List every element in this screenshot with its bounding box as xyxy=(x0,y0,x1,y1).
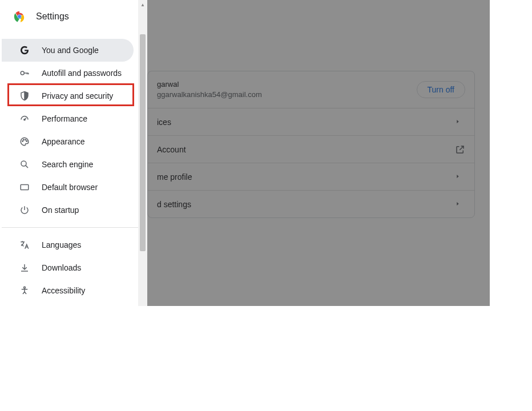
nav-group-primary: You and Google Autofill and passwords Pr… xyxy=(2,34,138,221)
nav-label: Appearance xyxy=(42,137,85,146)
scrollbar[interactable]: ▲ xyxy=(138,0,147,306)
divider xyxy=(2,227,138,228)
nav-accessibility[interactable]: Accessibility xyxy=(2,279,134,302)
nav-appearance[interactable]: Appearance xyxy=(2,130,134,153)
svg-point-9 xyxy=(21,161,26,166)
nav-autofill[interactable]: Autofill and passwords xyxy=(2,62,134,84)
nav-downloads[interactable]: Downloads xyxy=(2,256,134,279)
nav-label: On startup xyxy=(42,206,79,215)
nav-label: Accessibility xyxy=(42,286,85,295)
nav-label: Downloads xyxy=(42,263,81,272)
power-icon xyxy=(19,204,30,216)
browser-icon xyxy=(19,182,30,193)
svg-point-8 xyxy=(26,141,27,142)
accessibility-icon xyxy=(19,285,30,296)
settings-sidebar: Settings You and Google Autofill and pas… xyxy=(2,0,138,306)
nav-label: Performance xyxy=(42,114,87,123)
nav-label: Default browser xyxy=(42,183,98,192)
sidebar-header: Settings xyxy=(2,0,138,34)
svg-point-11 xyxy=(24,287,26,288)
search-icon xyxy=(19,159,30,170)
svg-rect-10 xyxy=(21,185,29,190)
dim-overlay xyxy=(147,0,490,306)
svg-point-3 xyxy=(21,71,24,75)
nav-privacy-security[interactable]: Privacy and security xyxy=(2,84,134,107)
scroll-thumb[interactable] xyxy=(140,34,146,251)
nav-label: Search engine xyxy=(42,160,93,169)
palette-icon xyxy=(19,136,30,147)
translate-icon xyxy=(19,239,30,251)
google-icon xyxy=(19,45,30,56)
svg-point-7 xyxy=(25,139,26,140)
nav-performance[interactable]: Performance xyxy=(2,107,134,130)
shield-icon xyxy=(19,90,30,102)
svg-point-5 xyxy=(22,141,23,142)
svg-point-4 xyxy=(24,119,25,120)
key-icon xyxy=(19,67,30,79)
chrome-logo-icon xyxy=(13,10,26,23)
nav-languages[interactable]: Languages xyxy=(2,233,134,256)
nav-label: Privacy and security xyxy=(42,91,113,100)
speedometer-icon xyxy=(19,113,30,124)
nav-search-engine[interactable]: Search engine xyxy=(2,153,134,176)
nav-you-and-google[interactable]: You and Google xyxy=(2,39,134,62)
scroll-up-icon[interactable]: ▲ xyxy=(138,0,147,9)
download-icon xyxy=(19,262,30,273)
svg-point-6 xyxy=(23,139,25,140)
nav-label: You and Google xyxy=(42,46,99,55)
page-title: Settings xyxy=(36,11,69,22)
nav-group-secondary: Languages Downloads Accessibility xyxy=(2,233,138,302)
nav-label: Languages xyxy=(42,240,81,249)
nav-on-startup[interactable]: On startup xyxy=(2,199,134,221)
nav-default-browser[interactable]: Default browser xyxy=(2,176,134,199)
nav-label: Autofill and passwords xyxy=(42,68,122,78)
